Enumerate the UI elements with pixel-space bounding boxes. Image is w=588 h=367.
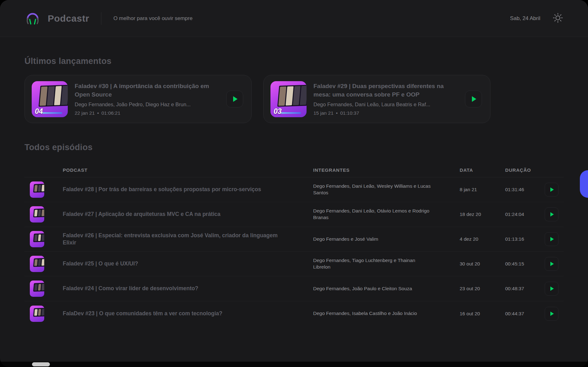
play-episode-button[interactable] xyxy=(545,232,559,246)
sun-icon xyxy=(552,12,564,24)
play-triangle-icon xyxy=(550,187,554,192)
play-episode-button[interactable] xyxy=(545,183,559,197)
tagline: O melhor para você ouvir sempre xyxy=(113,15,192,22)
current-date: Sab, 24 Abril xyxy=(510,15,540,22)
latest-releases-list: 04 Faladev #30 | A importância da contri… xyxy=(24,75,564,123)
episode-card: 04 Faladev #30 | A importância da contri… xyxy=(24,75,252,123)
play-episode-button[interactable] xyxy=(226,91,243,107)
row-thumbnail xyxy=(30,280,44,297)
episode-card: 03 Faladev #29 | Duas perspectivas difer… xyxy=(263,75,490,123)
row-duration: 00:44:37 xyxy=(505,311,545,317)
row-title-link[interactable]: Faladev #25 | O que é UX/UI? xyxy=(63,260,313,267)
app-title: Podcastr xyxy=(48,13,89,24)
row-title-link[interactable]: FalaDev #23 | O que comunidades têm a ve… xyxy=(63,310,313,317)
row-members: Dego Fernandes e José Valim xyxy=(313,236,460,243)
column-header-duration: DURAÇÃO xyxy=(505,167,545,173)
play-triangle-icon xyxy=(550,212,554,217)
play-triangle-icon xyxy=(233,96,238,102)
episode-title-link[interactable]: Faladev #29 | Duas perspectivas diferent… xyxy=(313,82,458,98)
row-duration: 01:31:46 xyxy=(505,187,545,192)
row-title-link[interactable]: Faladev #26 | Especial: entrevista exclu… xyxy=(63,232,313,246)
row-thumbnail xyxy=(30,206,44,223)
row-members: Dego Fernandes, João Paulo e Cleiton Sou… xyxy=(313,286,460,292)
episode-meta: 22 jan 21 • 01:06:21 xyxy=(75,110,219,116)
play-episode-button[interactable] xyxy=(545,307,559,321)
row-date: 23 out 20 xyxy=(460,286,505,291)
episode-date: 15 jan 21 xyxy=(313,110,334,116)
theme-toggle-button[interactable] xyxy=(552,12,564,24)
table-row: Faladev #24 | Como virar líder de desenv… xyxy=(24,276,564,301)
row-members: Dego Fernandes, Dani Leão, Wesley Willia… xyxy=(313,183,460,196)
row-duration: 00:48:37 xyxy=(505,286,545,291)
row-thumbnail xyxy=(30,256,44,272)
episode-thumbnail: 03 xyxy=(270,81,307,117)
header-divider xyxy=(101,12,101,25)
column-header-podcast: PODCAST xyxy=(63,167,313,173)
play-triangle-icon xyxy=(550,312,554,316)
episode-duration: 01:10:37 xyxy=(340,110,359,116)
meta-separator: • xyxy=(97,110,99,116)
table-row: FalaDev #23 | O que comunidades têm a ve… xyxy=(24,301,564,326)
episode-number: 03 xyxy=(274,107,282,116)
row-date: 18 dez 20 xyxy=(460,212,505,217)
table-header-row: PODCAST INTEGRANTES DATA DURAÇÃO xyxy=(24,163,564,177)
row-date: 30 out 20 xyxy=(460,261,505,267)
logo: Podcastr xyxy=(24,10,89,27)
table-row: Faladev #26 | Especial: entrevista exclu… xyxy=(24,227,564,252)
headphones-icon xyxy=(24,10,41,27)
row-members: Dego Fernandes, Tiago Luchtenberg e Thai… xyxy=(313,257,460,270)
play-episode-button[interactable] xyxy=(545,282,559,296)
table-row: Faladev #28 | Por trás de barreiras e so… xyxy=(24,177,564,202)
row-date: 8 jan 21 xyxy=(460,187,505,192)
play-triangle-icon xyxy=(472,96,476,102)
episodes-table: PODCAST INTEGRANTES DATA DURAÇÃO Faladev… xyxy=(24,163,564,326)
episode-title-link[interactable]: Faladev #30 | A importância da contribui… xyxy=(75,82,219,98)
horizontal-scrollbar-thumb[interactable] xyxy=(32,362,50,366)
play-episode-button[interactable] xyxy=(465,91,482,107)
episode-number: 04 xyxy=(35,107,43,116)
play-triangle-icon xyxy=(550,262,554,266)
row-date: 16 out 20 xyxy=(460,311,505,317)
episode-meta: 15 jan 21 • 01:10:37 xyxy=(313,110,458,116)
podcastr-app: Podcastr O melhor para você ouvir sempre… xyxy=(0,0,588,362)
row-duration: 01:13:16 xyxy=(505,236,545,242)
episode-members: Dego Fernandes, João Pedro, Diego Haz e … xyxy=(75,102,219,107)
table-row: Faladev #25 | O que é UX/UI? Dego Fernan… xyxy=(24,252,564,276)
episode-members: Dego Fernandes, Dani Leão, Laura Beatris… xyxy=(313,102,458,107)
main-content: Últimos lançamentos 04 Faladev #30 | A i… xyxy=(0,56,588,326)
meta-separator: • xyxy=(336,110,338,116)
play-episode-button[interactable] xyxy=(545,207,559,221)
latest-releases-heading: Últimos lançamentos xyxy=(24,56,564,66)
row-duration: 00:45:15 xyxy=(505,261,545,267)
row-duration: 01:24:04 xyxy=(505,212,545,217)
row-members: Dego Fernandes, Isabela Castilho e João … xyxy=(313,310,460,317)
header: Podcastr O melhor para você ouvir sempre… xyxy=(0,0,588,37)
all-episodes-heading: Todos episódios xyxy=(24,143,564,152)
column-header-date: DATA xyxy=(460,167,505,173)
row-thumbnail xyxy=(30,181,44,198)
player-expand-tab[interactable] xyxy=(580,170,588,198)
row-title-link[interactable]: Faladev #27 | Aplicação de arquiteturas … xyxy=(63,211,313,218)
episode-duration: 01:06:21 xyxy=(101,110,120,116)
app-frame: Podcastr O melhor para você ouvir sempre… xyxy=(0,0,588,367)
episode-thumbnail: 04 xyxy=(32,81,68,117)
row-date: 4 dez 20 xyxy=(460,236,505,242)
episode-date: 22 jan 21 xyxy=(75,110,95,116)
column-header-members: INTEGRANTES xyxy=(313,167,460,173)
row-thumbnail xyxy=(30,231,44,247)
row-title-link[interactable]: Faladev #24 | Como virar líder de desenv… xyxy=(63,285,313,292)
play-episode-button[interactable] xyxy=(545,257,559,271)
row-members: Dego Fernandes, Dani Leão, Otávio Lemos … xyxy=(313,208,460,221)
row-title-link[interactable]: Faladev #28 | Por trás de barreiras e so… xyxy=(63,186,313,193)
horizontal-scrollbar xyxy=(0,362,588,367)
row-thumbnail xyxy=(30,306,44,322)
play-triangle-icon xyxy=(550,286,554,291)
play-triangle-icon xyxy=(550,237,554,241)
table-row: Faladev #27 | Aplicação de arquiteturas … xyxy=(24,202,564,227)
